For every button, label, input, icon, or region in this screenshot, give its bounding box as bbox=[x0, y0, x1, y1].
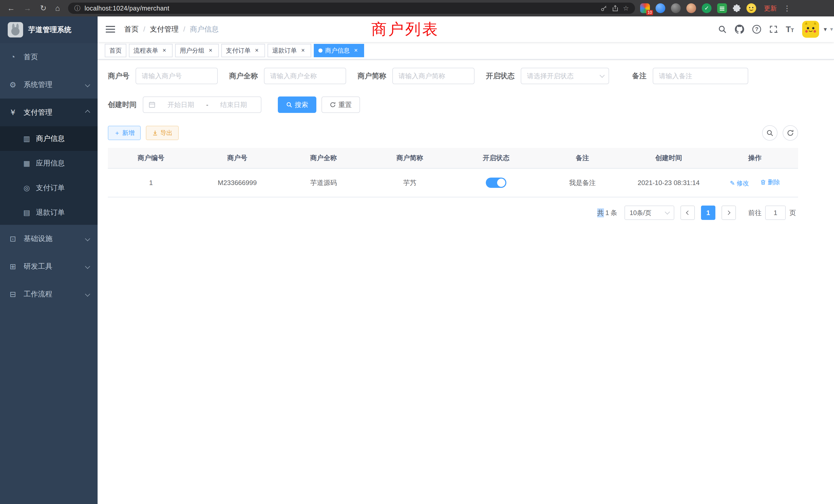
status-toggle[interactable] bbox=[486, 178, 506, 188]
back-icon[interactable]: ← bbox=[7, 4, 15, 12]
add-button-label: 新增 bbox=[122, 129, 135, 137]
export-button[interactable]: 导出 bbox=[146, 126, 179, 140]
col-actions: 操作 bbox=[712, 148, 798, 168]
help-icon[interactable]: ? bbox=[752, 25, 761, 33]
tab-process-form[interactable]: 流程表单 × bbox=[129, 44, 173, 57]
breadcrumb-home[interactable]: 首页 bbox=[124, 24, 139, 34]
app-logo[interactable]: 芋道管理系统 bbox=[0, 17, 97, 43]
hamburger-icon[interactable] bbox=[105, 24, 115, 35]
remark-input[interactable] bbox=[653, 68, 748, 84]
logo-avatar bbox=[8, 22, 23, 38]
close-icon[interactable]: × bbox=[161, 47, 168, 54]
next-page-button[interactable] bbox=[722, 206, 736, 220]
date-start-placeholder[interactable]: 开始日期 bbox=[159, 100, 203, 109]
search-icon[interactable] bbox=[718, 25, 727, 33]
create-time-range-picker[interactable]: 开始日期 - 结束日期 bbox=[143, 96, 261, 113]
sidebar-item-home[interactable]: ◔ 首页 bbox=[0, 43, 97, 71]
search-icon bbox=[286, 101, 292, 108]
chevron-down-icon bbox=[85, 236, 90, 241]
app: 芋道管理系统 ◔ 首页 ⚙ 系统管理 ￥ 支付管理 bbox=[0, 17, 834, 504]
status-select[interactable] bbox=[521, 68, 609, 84]
delete-link[interactable]: 删除 bbox=[760, 178, 780, 186]
sidebar-item-pay[interactable]: ￥ 支付管理 bbox=[0, 98, 97, 126]
password-key-icon[interactable] bbox=[600, 5, 608, 12]
table-header-row: 商户编号 商户号 商户全称 商户简称 开启状态 备注 创建时间 操作 bbox=[108, 148, 798, 168]
overflow-caret-icon[interactable]: ▾ bbox=[830, 26, 833, 32]
github-icon[interactable] bbox=[735, 25, 744, 34]
extensions-puzzle-icon[interactable] bbox=[732, 4, 741, 12]
extension-blue-icon[interactable] bbox=[656, 3, 665, 13]
close-icon[interactable]: × bbox=[207, 47, 214, 54]
chevron-down-icon bbox=[85, 264, 90, 269]
breadcrumb: 首页 / 支付管理 / 商户信息 bbox=[124, 24, 219, 34]
short-name-input[interactable] bbox=[392, 68, 475, 84]
sidebar-subitem-refund-order[interactable]: ▤ 退款订单 bbox=[0, 200, 97, 225]
sidebar-subitem-pay-order[interactable]: ◎ 支付订单 bbox=[0, 176, 97, 200]
browser-update-button[interactable]: 更新 bbox=[764, 4, 777, 13]
page-size-value: 10条/页 bbox=[630, 209, 652, 217]
bookmark-star-icon[interactable]: ☆ bbox=[623, 4, 629, 12]
workflow-icon: ⊟ bbox=[8, 290, 18, 299]
browser-home-icon[interactable]: ⌂ bbox=[55, 4, 60, 12]
extension-colorful-icon[interactable]: 10 bbox=[640, 3, 650, 13]
download-icon bbox=[152, 130, 158, 136]
refresh-icon bbox=[787, 129, 794, 137]
status-select-input[interactable] bbox=[521, 68, 609, 84]
reload-icon[interactable]: ↻ bbox=[40, 4, 46, 12]
tab-refund-order[interactable]: 退款订单 × bbox=[267, 44, 311, 57]
tab-label: 用户分组 bbox=[180, 46, 204, 55]
font-size-icon[interactable]: T T bbox=[786, 25, 794, 33]
refresh-table-button[interactable] bbox=[783, 125, 798, 141]
sidebar-subitem-app-info[interactable]: ▦ 应用信息 bbox=[0, 151, 97, 176]
extension-doc-icon[interactable] bbox=[717, 3, 727, 13]
sidebar-item-workflow[interactable]: ⊟ 工作流程 bbox=[0, 280, 97, 308]
tab-pay-order[interactable]: 支付订单 × bbox=[221, 44, 265, 57]
fullscreen-icon[interactable] bbox=[769, 25, 777, 33]
edit-link[interactable]: ✎ 修改 bbox=[730, 179, 749, 187]
chevron-down-icon bbox=[665, 209, 670, 214]
prev-page-button[interactable] bbox=[680, 206, 695, 220]
tab-home[interactable]: 首页 bbox=[105, 44, 126, 57]
page-1-button[interactable]: 1 bbox=[701, 206, 716, 220]
sidebar-subitem-merchant-info[interactable]: ▥ 商户信息 bbox=[0, 126, 97, 151]
full-name-input[interactable] bbox=[264, 68, 346, 84]
browser-menu-icon[interactable]: ⋮ bbox=[784, 4, 791, 13]
user-avatar[interactable] bbox=[802, 21, 819, 38]
date-separator: - bbox=[206, 101, 208, 109]
filter-full-name: 商户全称 bbox=[229, 68, 346, 84]
sidebar-item-system[interactable]: ⚙ 系统管理 bbox=[0, 71, 97, 98]
tab-user-group[interactable]: 用户分组 × bbox=[175, 44, 219, 57]
merchant-no-input[interactable] bbox=[136, 68, 218, 84]
extension-avatar-icon[interactable] bbox=[686, 3, 696, 13]
chevron-up-icon bbox=[85, 110, 90, 115]
tab-merchant-info[interactable]: 商户信息 × bbox=[314, 44, 364, 57]
page-size-select[interactable]: 10条/页 bbox=[624, 206, 674, 220]
profile-avatar-icon[interactable] bbox=[746, 3, 756, 13]
toggle-search-button[interactable] bbox=[762, 125, 777, 141]
search-button[interactable]: 搜索 bbox=[278, 96, 316, 113]
avatar-caret-icon[interactable]: ▾ bbox=[824, 26, 827, 33]
sidebar-item-infra[interactable]: ⊡ 基础设施 bbox=[0, 225, 97, 253]
filter-label: 备注 bbox=[632, 71, 653, 81]
reset-button[interactable]: 重置 bbox=[322, 96, 360, 113]
add-button[interactable]: ＋ 新增 bbox=[108, 126, 141, 140]
url-bar[interactable]: ⓘ localhost:1024/pay/merchant ☆ bbox=[68, 3, 635, 14]
total-number: 1 bbox=[606, 209, 609, 217]
plus-icon: ＋ bbox=[114, 129, 120, 137]
filter-label: 创建时间 bbox=[108, 100, 143, 110]
sidebar-item-devtools[interactable]: ⊞ 研发工具 bbox=[0, 253, 97, 280]
tab-label: 商户信息 bbox=[325, 46, 350, 55]
close-icon[interactable]: × bbox=[352, 47, 359, 54]
date-end-placeholder[interactable]: 结束日期 bbox=[211, 100, 256, 109]
trash-icon bbox=[760, 179, 766, 185]
sidebar-item-label: 研发工具 bbox=[24, 261, 80, 271]
share-icon[interactable] bbox=[612, 5, 619, 12]
extension-gray-icon[interactable] bbox=[671, 3, 681, 13]
breadcrumb-pay[interactable]: 支付管理 bbox=[150, 24, 179, 34]
goto-page-input[interactable] bbox=[765, 206, 786, 220]
site-info-icon[interactable]: ⓘ bbox=[74, 4, 80, 12]
extension-green-icon[interactable]: ✓ bbox=[702, 3, 711, 13]
close-icon[interactable]: × bbox=[300, 47, 307, 54]
close-icon[interactable]: × bbox=[253, 47, 260, 54]
forward-icon[interactable]: → bbox=[24, 4, 31, 12]
